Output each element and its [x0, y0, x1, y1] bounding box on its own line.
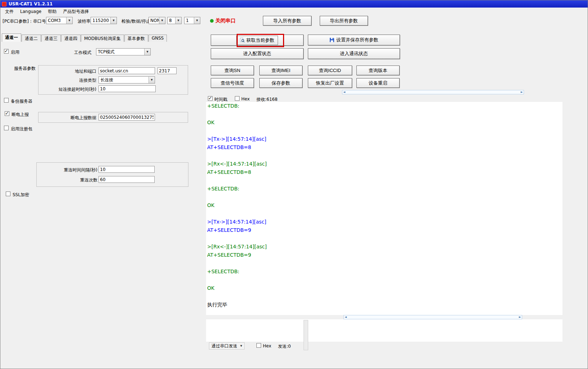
log-line: +SELECTDB: [207, 102, 562, 110]
short-conn-timeout-input[interactable] [99, 85, 156, 92]
log-line: >[Rx<-][14:57:14][asc] [207, 243, 562, 251]
work-mode-select[interactable]: TCP模式 ▼ [96, 48, 151, 55]
send-hex-checkbox[interactable] [256, 343, 261, 348]
export-all-params-button[interactable]: 导出所有参数 [320, 16, 368, 26]
log-line: >[Tx->][14:57:14][asc] [207, 135, 562, 143]
scroll-right-icon[interactable]: ► [519, 316, 521, 319]
tab-channel-2[interactable]: 通道二 [22, 35, 41, 42]
send-input-area[interactable] [206, 319, 562, 342]
window-title: USR-CAT1 V1.2.11 [9, 1, 53, 6]
power-off-report-checkbox[interactable] [5, 111, 9, 116]
enable-checkbox[interactable] [4, 49, 9, 54]
log-line [207, 176, 562, 185]
query-signal-button[interactable]: 查信号强度 [211, 78, 254, 88]
magnifier-icon [240, 38, 245, 42]
enable-regpack-checkbox[interactable] [4, 126, 9, 130]
baud-select[interactable]: 115200 ▼ [91, 17, 117, 24]
menu-language[interactable]: Language [17, 8, 45, 15]
receive-log[interactable]: +SELECTDB: OK >[Tx->][14:57:14][asc] AT+… [206, 102, 562, 315]
log-line: AT+SELECTDB=8 [207, 143, 562, 152]
com-port-value: COM3 [46, 18, 66, 23]
close-port-button[interactable]: 关闭串口 [215, 18, 236, 24]
tab-channel-1[interactable]: 通道一 [2, 33, 21, 42]
app-icon [2, 2, 6, 6]
ssl-checkbox[interactable] [6, 192, 10, 196]
baud-label: 波特率 [78, 18, 91, 24]
query-sn-button[interactable]: 查询SN [211, 66, 254, 75]
set-save-all-button[interactable]: 设置并保存所有参数 [308, 35, 400, 45]
power-off-report-label: 断电上报 [12, 112, 29, 118]
tab-gnss[interactable]: GNSS [149, 35, 167, 42]
chevron-down-icon[interactable]: ▼ [194, 17, 200, 24]
chevron-down-icon[interactable]: ▼ [144, 49, 150, 55]
query-iccid-button[interactable]: 查询ICCID [308, 66, 352, 75]
chevron-down-icon[interactable]: ▼ [149, 77, 155, 83]
reconnect-count-label: 重连次数 [40, 177, 97, 183]
menu-help[interactable]: 帮助 [45, 8, 60, 16]
import-all-params-button[interactable]: 导入所有参数 [263, 16, 311, 26]
backup-server-label: 备份服务器 [11, 98, 32, 104]
channel-tabs: 通道一 通道二 通道三 通道四 MODBUS轮询采集 基本参数 GNSS [2, 33, 167, 42]
parity-value: NONI [149, 18, 159, 23]
menu-file[interactable]: 文件 [2, 8, 17, 16]
scroll-left-icon[interactable]: ◄ [345, 316, 347, 319]
ssl-label: SSL加密 [13, 192, 29, 198]
factory-reset-button[interactable]: 恢复出厂设置 [308, 78, 352, 88]
enter-comm-state-button[interactable]: 进入通讯状态 [308, 48, 400, 59]
timestamp-checkbox[interactable] [208, 96, 213, 101]
log-line [207, 259, 562, 267]
power-off-report-data-input[interactable] [99, 114, 155, 121]
get-current-params-button[interactable]: 获取当前参数 [211, 35, 304, 46]
receive-bottom-scrollbar[interactable]: ◄ ► [343, 315, 522, 319]
device-reboot-button[interactable]: 设备重启 [356, 78, 400, 88]
com-port-select[interactable]: COM3 ▼ [46, 17, 73, 24]
parity-data-stop-label: 检验/数据/停止 [122, 18, 150, 24]
server-port-input[interactable] [158, 67, 177, 74]
menu-product-model[interactable]: 产品型号选择 [60, 8, 92, 16]
log-line: AT+SELECTDB=9 [207, 251, 562, 259]
reconnect-interval-label: 重连时间间隔(秒) [40, 167, 97, 173]
log-line: AT+SELECTDB=8 [207, 168, 562, 176]
query-imei-button[interactable]: 查询IMEI [259, 66, 302, 75]
parity-select[interactable]: NONI ▼ [149, 17, 165, 24]
scroll-left-icon[interactable]: ◄ [343, 91, 345, 94]
get-current-params-label: 获取当前参数 [246, 37, 274, 44]
send-area-scrollbar[interactable] [304, 320, 308, 350]
server-address-input[interactable] [99, 67, 155, 74]
log-line [207, 110, 562, 118]
send-via-serial-dropdown[interactable]: 通过串口发送 ▼ [209, 342, 245, 350]
send-via-serial-label: 通过串口发送 [211, 343, 237, 349]
log-line: +SELECTDB: [207, 267, 562, 276]
chevron-down-icon[interactable]: ▼ [159, 17, 165, 24]
databits-select[interactable]: 8 ▼ [167, 17, 182, 24]
log-line: OK [207, 118, 562, 127]
work-mode-value: TCP模式 [96, 49, 144, 55]
reconnect-interval-input[interactable] [99, 166, 155, 173]
chevron-down-icon[interactable]: ▼ [110, 17, 117, 24]
pc-serial-params-label: [PC串口参数]：串口号 [3, 18, 46, 24]
receive-top-scrollbar[interactable]: ◄ ► [342, 90, 524, 94]
tab-channel-4[interactable]: 通道四 [61, 35, 81, 42]
tab-channel-3[interactable]: 通道三 [41, 35, 61, 42]
log-line [207, 193, 562, 201]
reconnect-count-input[interactable] [99, 176, 155, 183]
enable-regpack-label: 启用注册包 [11, 126, 32, 132]
query-version-button[interactable]: 查询版本 [356, 66, 400, 75]
log-line: +SELECTDB: [207, 185, 562, 193]
conn-type-select[interactable]: 长连接 ▼ [99, 76, 155, 84]
conn-type-label: 连接类型 [42, 77, 96, 84]
backup-server-checkbox[interactable] [4, 98, 9, 103]
enter-config-state-button[interactable]: 进入配置状态 [211, 48, 304, 59]
tab-basic-params[interactable]: 基本参数 [124, 35, 148, 42]
tab-modbus-polling[interactable]: MODBUS轮询采集 [81, 35, 124, 42]
log-line: OK [207, 284, 562, 292]
chevron-down-icon[interactable]: ▼ [175, 17, 181, 24]
chevron-down-icon[interactable]: ▼ [66, 17, 72, 24]
scroll-right-icon[interactable]: ► [521, 91, 523, 94]
save-params-button[interactable]: 保存参数 [259, 78, 302, 88]
stopbits-select[interactable]: 1 ▼ [184, 17, 200, 24]
log-line [207, 276, 562, 284]
log-line [207, 210, 562, 218]
title-bar[interactable]: USR-CAT1 V1.2.11 [0, 0, 588, 8]
receive-hex-checkbox[interactable] [235, 96, 240, 101]
